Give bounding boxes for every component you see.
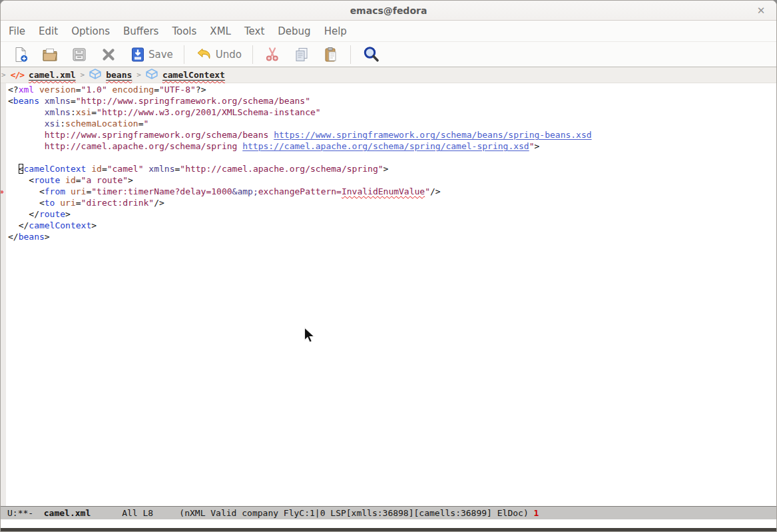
search-icon [362, 45, 381, 64]
code-token: > [45, 232, 50, 242]
mode-line-segment [153, 508, 179, 518]
close-icon[interactable]: ✕ [754, 3, 768, 18]
cut-button[interactable] [258, 45, 287, 65]
window-title: emacs@fedora [350, 5, 427, 16]
open-file-button[interactable] [35, 45, 65, 65]
breadcrumb-label: beans [106, 70, 132, 80]
code-token: "http://www.w3.org/2001/XMLSchema-instan… [97, 107, 321, 117]
breadcrumb-leading-chevron: > [1, 71, 6, 79]
code-token [8, 209, 29, 219]
code-token: = [154, 85, 159, 95]
mode-line-segment: (nXML Valid company FlyC:1|0 LSP[xmlls:3… [179, 508, 533, 518]
code-token: id [65, 175, 76, 185]
code-token: "camel" [107, 164, 144, 174]
code-line: http://www.springframework.org/schema/be… [8, 129, 776, 140]
code-token: uri [60, 198, 75, 208]
code-token [65, 186, 71, 196]
window-bottom-edge [1, 528, 776, 531]
code-token: </ [8, 232, 19, 242]
save-button[interactable]: Save [123, 45, 179, 65]
code-token [8, 186, 39, 196]
code-line: </route> [8, 208, 776, 220]
cube-icon [89, 69, 101, 81]
mode-line-segment: camel.xml [44, 508, 91, 518]
new-file-button[interactable] [6, 45, 35, 65]
code-line: <camelContext id="camel" xmlns="http://c… [8, 163, 776, 174]
code-token: beans [13, 96, 39, 106]
code-token: "direct:drink" [81, 198, 154, 208]
toolbar-separator [252, 45, 253, 64]
paste-button[interactable] [316, 45, 346, 65]
mode-line-segment [91, 508, 122, 518]
copy-button[interactable] [287, 45, 316, 65]
menu-item-edit[interactable]: Edit [32, 25, 65, 37]
code-line: <to uri="direct:drink"/> [8, 197, 776, 208]
code-token: </ [29, 209, 39, 219]
breadcrumb-label: camelContext [162, 70, 225, 80]
code-token: route [39, 209, 65, 219]
code-token [39, 96, 45, 106]
code-token: > [535, 141, 540, 151]
code-token [8, 198, 39, 208]
code-line: <route id="a route"> [8, 174, 776, 186]
open-folder-icon [41, 46, 59, 63]
breadcrumb-item-camelcontext[interactable]: camelContext [146, 69, 225, 81]
code-token: "timer:timerName?delay=1000 [91, 186, 232, 196]
code-token: = [138, 119, 144, 129]
mode-line-segment: U:**- [7, 508, 44, 518]
code-line: xmlns:xsi="http://www.w3.org/2001/XMLSch… [8, 107, 776, 118]
menu-item-options[interactable]: Options [65, 25, 117, 37]
code-token [8, 141, 45, 151]
drawer-icon [71, 46, 88, 63]
toolbar: SaveUndo [1, 42, 776, 67]
menu-item-tools[interactable]: Tools [165, 25, 203, 37]
menu-item-file[interactable]: File [2, 25, 32, 37]
code-token [107, 85, 113, 95]
code-token: > [384, 164, 389, 174]
code-token: xsi [76, 107, 91, 117]
code-token: beans [19, 232, 45, 242]
menu-item-debug[interactable]: Debug [271, 25, 317, 37]
left-fringe [1, 83, 6, 506]
code-token: < [39, 198, 45, 208]
code-token: " [425, 186, 430, 196]
code-token: encoding [113, 85, 154, 95]
mode-line-segment: All L8 [122, 508, 153, 518]
menu-item-help[interactable]: Help [318, 25, 354, 37]
mode-line[interactable]: U:**- camel.xml All L8 (nXML Valid compa… [1, 506, 776, 519]
code-token: camelContext [29, 220, 91, 230]
code-token: " [144, 119, 149, 129]
code-token [8, 119, 45, 129]
dired-button[interactable] [65, 45, 94, 65]
code-line: <from uri="timer:timerName?delay=1000&am… [8, 186, 776, 197]
code-token: id [91, 164, 102, 174]
code-token: < [8, 96, 13, 106]
breadcrumb-item-camel-xml[interactable]: </>camel.xml [11, 70, 76, 80]
code-token: route [34, 175, 60, 185]
menu-item-buffers[interactable]: Buffers [117, 25, 165, 37]
menu-item-text[interactable]: Text [238, 25, 271, 37]
close-buffer-button[interactable] [94, 45, 123, 65]
close-x-icon [100, 46, 117, 63]
code-token: &amp; [232, 186, 258, 196]
code-token: = [102, 164, 107, 174]
search-button[interactable] [356, 44, 387, 65]
undo-button[interactable]: Undo [189, 45, 248, 65]
code-token: xml [19, 85, 34, 95]
title-bar[interactable]: emacs@fedora ✕ [1, 1, 776, 21]
code-token: = [76, 85, 81, 95]
code-buffer[interactable]: <?xml version="1.0" encoding="UTF-8"?><b… [6, 84, 776, 242]
code-token: exchangePattern= [258, 186, 342, 196]
menu-item-xml[interactable]: XML [203, 25, 238, 37]
breadcrumb-item-beans[interactable]: beans [89, 69, 132, 81]
code-line [8, 152, 776, 163]
save-icon [129, 46, 146, 63]
breadcrumb-label: camel.xml [29, 70, 75, 80]
toolbar-separator [350, 45, 351, 64]
code-token: from [45, 186, 65, 196]
code-token: to [45, 198, 55, 208]
code-token [60, 175, 65, 185]
editor-area[interactable]: » <?xml version="1.0" encoding="UTF-8"?>… [1, 83, 776, 506]
code-token: <? [8, 85, 19, 95]
echo-area[interactable] [1, 519, 776, 528]
